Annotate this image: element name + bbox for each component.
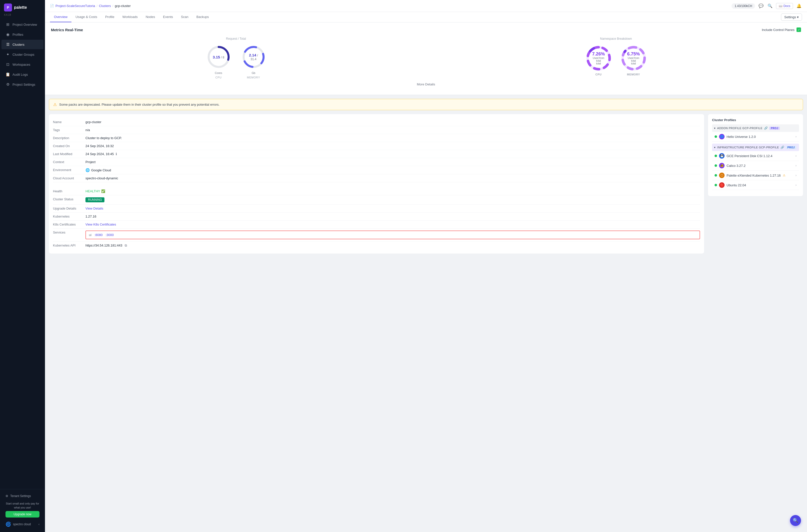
gce-disk-left: 💾 GCE Persistent Disk CSI 1.12.4 xyxy=(715,153,772,158)
infra-profile-header[interactable]: ▾ INFRASTRUCTURE PROFILE GCP-PROFILE 🔗 P… xyxy=(712,144,799,151)
memory-value: 2.14 xyxy=(249,53,256,57)
infra-profile-section: ▾ INFRASTRUCTURE PROFILE GCP-PROFILE 🔗 P… xyxy=(712,144,799,190)
environment-val: 🌐 Google Cloud xyxy=(86,168,700,172)
addon-item-left: 🌐 Hello Universe 1.2.0 xyxy=(715,134,756,139)
infra-item-calico[interactable]: 🐠 Calico 3.27.2 › xyxy=(712,161,799,171)
ubuntu-left: 🔴 Ubuntu 22.04 xyxy=(715,182,746,188)
upgrade-link[interactable]: View Details xyxy=(86,207,700,210)
upgrade-now-button[interactable]: Upgrade now xyxy=(5,511,39,517)
chevron-down-icon: ▾ xyxy=(797,15,799,19)
breadcrumb-project[interactable]: Project-ScaleSecureTutoria xyxy=(55,4,95,8)
sidebar-label-project-overview: Project Overview xyxy=(13,23,37,26)
tab-events[interactable]: Events xyxy=(159,12,177,22)
addon-profile-section: ▾ ADDON PROFILE GCP-PROFILE 🔗 PROJ 🌐 Hel… xyxy=(712,125,799,141)
breadcrumb-clusters[interactable]: Clusters xyxy=(99,4,111,8)
metrics-sections: Request / Total 3.15 xyxy=(51,37,801,79)
sidebar-item-workspaces[interactable]: ⊡ Workspaces xyxy=(1,60,43,69)
include-control-label: Include Control Planes xyxy=(762,28,794,32)
health-key: Health xyxy=(53,189,86,193)
ubuntu-chevron-icon: › xyxy=(795,183,796,187)
tab-usage-costs[interactable]: Usage & Costs xyxy=(72,12,101,22)
breadcrumb-sep2: / xyxy=(112,4,113,8)
breadcrumb-sep1: / xyxy=(96,4,97,8)
warning-text: Some packs are deprecated. Please update… xyxy=(59,103,220,107)
settings-label: Settings xyxy=(784,15,796,19)
spectro-logo[interactable]: 🌀 spectro cloud ‹ xyxy=(3,519,42,529)
service-port2[interactable]: :3000 xyxy=(106,233,114,237)
sidebar-item-clusters[interactable]: ☰ Clusters xyxy=(1,40,43,49)
tab-workloads[interactable]: Workloads xyxy=(118,12,142,22)
sidebar-bottom: ⚙ Tenant Settings Start small and only p… xyxy=(0,489,45,532)
tab-nodes[interactable]: Nodes xyxy=(142,12,159,22)
search-icon[interactable]: 🔍 xyxy=(767,3,773,9)
addon-chevron-icon: ▾ xyxy=(714,127,716,130)
calico-left: 🐠 Calico 3.27.2 xyxy=(715,163,746,168)
calico-status-dot xyxy=(715,164,717,167)
more-details-link[interactable]: More Details xyxy=(51,79,801,90)
tab-scan[interactable]: Scan xyxy=(177,12,192,22)
copy-icon[interactable]: ⧉ xyxy=(125,244,127,247)
info-row-description: Description Cluster to deploy to GCP. xyxy=(53,134,700,142)
sidebar-item-project-settings[interactable]: ⚙ Project Settings xyxy=(1,80,43,89)
cluster-profiles-title: Cluster Profiles xyxy=(712,118,799,122)
services-box: ui :8080 :3000 xyxy=(86,230,700,239)
sidebar-item-profiles[interactable]: ◉ Profiles xyxy=(1,30,43,39)
ns-cpu-circle: 7.26% Used from total total xyxy=(585,44,612,72)
tenant-settings-item[interactable]: ⚙ Tenant Settings xyxy=(3,492,42,500)
grid-icon: ⊞ xyxy=(5,22,10,27)
info-row-cloud-account: Cloud Account spectro-cloud-dynamic xyxy=(53,174,700,182)
infra-item-ubuntu[interactable]: 🔴 Ubuntu 22.04 › xyxy=(712,180,799,190)
cpu-label: CPU xyxy=(215,76,222,79)
memory-gauge-wrap: 2.14 / 31.4 Gb MEMORY xyxy=(241,44,266,79)
sidebar-logo[interactable]: P palette xyxy=(0,0,45,14)
settings-button[interactable]: Settings ▾ xyxy=(781,14,802,21)
calico-name: Calico 3.27.2 xyxy=(727,164,746,168)
infra-chevron-icon: ▾ xyxy=(714,146,716,149)
ubuntu-name: Ubuntu 22.04 xyxy=(727,183,746,187)
include-control-planes[interactable]: Include Control Planes ✓ xyxy=(762,27,801,32)
info-icon[interactable]: ℹ xyxy=(116,152,117,156)
chat-icon[interactable]: 💬 xyxy=(758,3,764,9)
search-fab-button[interactable]: 🔍 xyxy=(790,515,801,526)
tab-profile[interactable]: Profile xyxy=(101,12,118,22)
infra-item-palette-k8s[interactable]: ⬡ Palette eXtended Kubernetes 1.27.16 ⚠ … xyxy=(712,171,799,180)
ns-memory-wrap: 6.75% Used from total total MEMORY xyxy=(620,44,648,76)
calico-chevron-icon: › xyxy=(795,164,796,167)
include-control-checkbox[interactable]: ✓ xyxy=(796,27,801,32)
infra-item-gce-disk[interactable]: 💾 GCE Persistent Disk CSI 1.12.4 › xyxy=(712,151,799,161)
warning-icon: ⚠ xyxy=(53,102,57,107)
service-port1[interactable]: :8080 xyxy=(94,233,103,237)
docs-button[interactable]: 📖 Docs xyxy=(776,3,793,9)
clusters-icon: ☰ xyxy=(5,42,10,47)
gce-disk-chevron-icon: › xyxy=(795,154,796,158)
tags-val: n/a xyxy=(86,128,700,132)
logo-text: palette xyxy=(14,5,27,10)
ubuntu-status-dot xyxy=(715,184,717,186)
cloud-account-key: Cloud Account xyxy=(53,176,86,180)
cpu-value: 3.15 xyxy=(213,55,220,59)
sidebar-label-project-settings: Project Settings xyxy=(13,83,35,87)
k8s-certs-link[interactable]: View K8s Certificates xyxy=(86,223,700,226)
created-val: 24 Sep 2024, 16:32 xyxy=(86,144,700,148)
sidebar-item-audit-logs[interactable]: 📋 Audit Logs xyxy=(1,70,43,79)
addon-profile-header[interactable]: ▾ ADDON PROFILE GCP-PROFILE 🔗 PROJ xyxy=(712,125,799,132)
link-icon: 🔗 xyxy=(764,126,768,130)
cpu-unit: Cores xyxy=(215,72,222,74)
spectro-icon: 🌀 xyxy=(5,521,11,527)
bottom-section: ⚠ Some packs are deprecated. Please upda… xyxy=(45,95,807,258)
modified-key: Last Modified xyxy=(53,152,86,156)
notifications-icon[interactable]: 🔔 xyxy=(796,3,802,9)
sidebar-item-cluster-groups[interactable]: ✦ Cluster Groups xyxy=(1,50,43,59)
tab-backups[interactable]: Backups xyxy=(192,12,213,22)
sidebar-label-workspaces: Workspaces xyxy=(13,63,30,66)
hello-universe-name: Hello Universe 1.2.0 xyxy=(727,135,756,139)
kubernetes-key: Kubernetes xyxy=(53,214,86,218)
addon-item-hello-universe[interactable]: 🌐 Hello Universe 1.2.0 › xyxy=(712,132,799,141)
addon-proj-tag: PROJ xyxy=(769,127,780,130)
sidebar-item-project-overview[interactable]: ⊞ Project Overview xyxy=(1,20,43,29)
upgrade-text: Start small and only pay for what you us… xyxy=(5,502,39,510)
content-area: Metrics Real-Time Include Control Planes… xyxy=(45,22,807,532)
gce-disk-icon: 💾 xyxy=(719,153,725,158)
tab-overview[interactable]: Overview xyxy=(50,12,72,22)
project-settings-icon: ⚙ xyxy=(5,82,10,87)
